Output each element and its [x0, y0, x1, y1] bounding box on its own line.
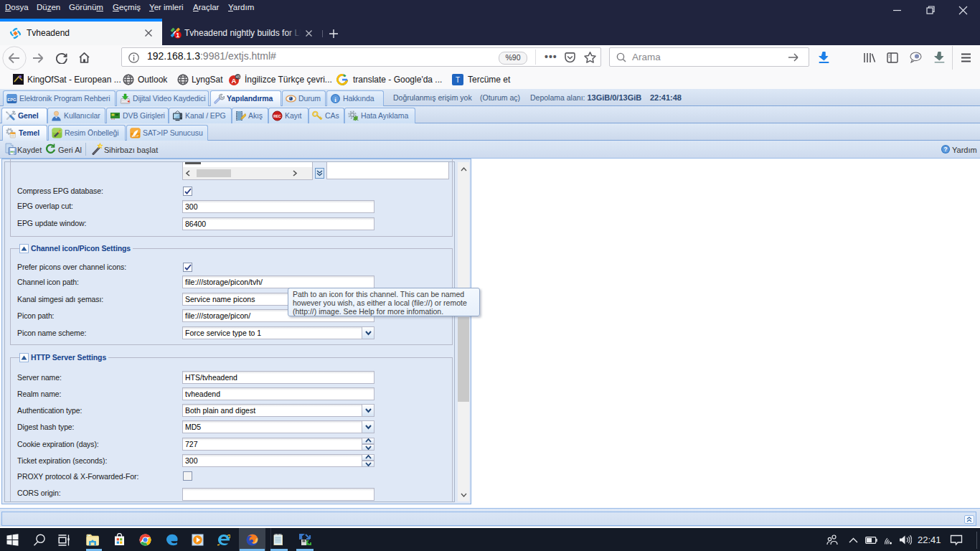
- svg-text:EPG: EPG: [7, 98, 17, 102]
- svg-text:T: T: [456, 76, 460, 84]
- svg-text:45: 45: [235, 75, 240, 79]
- svg-text:1: 1: [176, 32, 179, 39]
- svg-text:SAT>IP: SAT>IP: [131, 135, 138, 138]
- svg-text:?: ?: [943, 146, 947, 153]
- svg-text:REC: REC: [273, 114, 281, 118]
